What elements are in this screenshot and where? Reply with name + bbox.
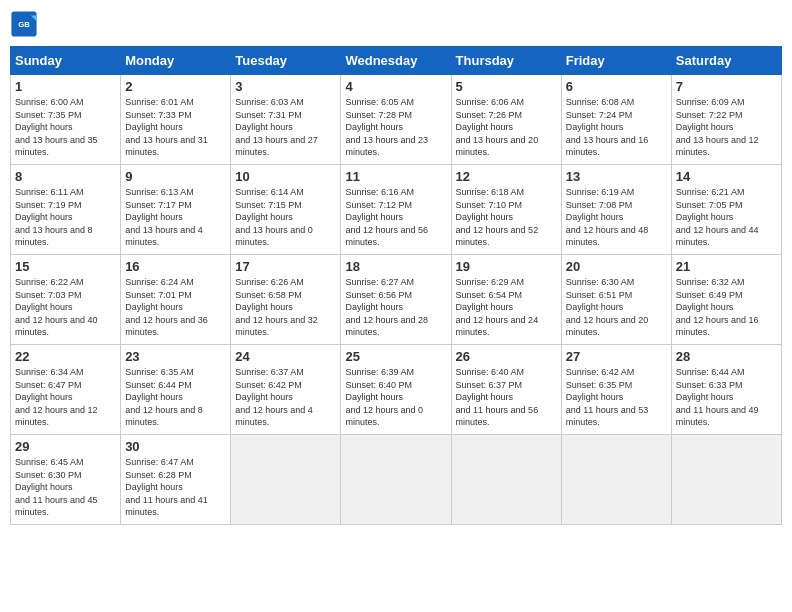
day-number: 4 (345, 79, 446, 94)
day-cell: 12 Sunrise: 6:18 AM Sunset: 7:10 PM Dayl… (451, 165, 561, 255)
day-cell (231, 435, 341, 525)
day-number: 28 (676, 349, 777, 364)
day-detail: Sunrise: 6:03 AM Sunset: 7:31 PM Dayligh… (235, 96, 336, 159)
day-number: 15 (15, 259, 116, 274)
day-detail: Sunrise: 6:01 AM Sunset: 7:33 PM Dayligh… (125, 96, 226, 159)
col-header-wednesday: Wednesday (341, 47, 451, 75)
day-detail: Sunrise: 6:26 AM Sunset: 6:58 PM Dayligh… (235, 276, 336, 339)
day-number: 11 (345, 169, 446, 184)
day-cell (671, 435, 781, 525)
day-detail: Sunrise: 6:47 AM Sunset: 6:28 PM Dayligh… (125, 456, 226, 519)
day-cell: 20 Sunrise: 6:30 AM Sunset: 6:51 PM Dayl… (561, 255, 671, 345)
day-number: 2 (125, 79, 226, 94)
day-number: 24 (235, 349, 336, 364)
day-number: 7 (676, 79, 777, 94)
day-detail: Sunrise: 6:40 AM Sunset: 6:37 PM Dayligh… (456, 366, 557, 429)
day-number: 9 (125, 169, 226, 184)
col-header-saturday: Saturday (671, 47, 781, 75)
day-number: 14 (676, 169, 777, 184)
day-detail: Sunrise: 6:44 AM Sunset: 6:33 PM Dayligh… (676, 366, 777, 429)
col-header-thursday: Thursday (451, 47, 561, 75)
week-row-4: 22 Sunrise: 6:34 AM Sunset: 6:47 PM Dayl… (11, 345, 782, 435)
day-detail: Sunrise: 6:32 AM Sunset: 6:49 PM Dayligh… (676, 276, 777, 339)
day-cell: 21 Sunrise: 6:32 AM Sunset: 6:49 PM Dayl… (671, 255, 781, 345)
week-row-1: 1 Sunrise: 6:00 AM Sunset: 7:35 PM Dayli… (11, 75, 782, 165)
week-row-5: 29 Sunrise: 6:45 AM Sunset: 6:30 PM Dayl… (11, 435, 782, 525)
day-cell: 5 Sunrise: 6:06 AM Sunset: 7:26 PM Dayli… (451, 75, 561, 165)
day-number: 12 (456, 169, 557, 184)
day-cell: 3 Sunrise: 6:03 AM Sunset: 7:31 PM Dayli… (231, 75, 341, 165)
logo-icon: GB (10, 10, 38, 38)
week-row-2: 8 Sunrise: 6:11 AM Sunset: 7:19 PM Dayli… (11, 165, 782, 255)
day-number: 25 (345, 349, 446, 364)
day-number: 10 (235, 169, 336, 184)
day-detail: Sunrise: 6:09 AM Sunset: 7:22 PM Dayligh… (676, 96, 777, 159)
day-number: 8 (15, 169, 116, 184)
day-cell: 18 Sunrise: 6:27 AM Sunset: 6:56 PM Dayl… (341, 255, 451, 345)
day-detail: Sunrise: 6:39 AM Sunset: 6:40 PM Dayligh… (345, 366, 446, 429)
day-cell (561, 435, 671, 525)
day-cell: 14 Sunrise: 6:21 AM Sunset: 7:05 PM Dayl… (671, 165, 781, 255)
day-detail: Sunrise: 6:22 AM Sunset: 7:03 PM Dayligh… (15, 276, 116, 339)
page-header: GB (10, 10, 782, 38)
day-cell: 8 Sunrise: 6:11 AM Sunset: 7:19 PM Dayli… (11, 165, 121, 255)
day-detail: Sunrise: 6:42 AM Sunset: 6:35 PM Dayligh… (566, 366, 667, 429)
day-number: 21 (676, 259, 777, 274)
day-cell: 26 Sunrise: 6:40 AM Sunset: 6:37 PM Dayl… (451, 345, 561, 435)
day-cell: 7 Sunrise: 6:09 AM Sunset: 7:22 PM Dayli… (671, 75, 781, 165)
col-header-monday: Monday (121, 47, 231, 75)
col-header-friday: Friday (561, 47, 671, 75)
day-cell: 1 Sunrise: 6:00 AM Sunset: 7:35 PM Dayli… (11, 75, 121, 165)
day-cell: 2 Sunrise: 6:01 AM Sunset: 7:33 PM Dayli… (121, 75, 231, 165)
day-number: 5 (456, 79, 557, 94)
day-number: 16 (125, 259, 226, 274)
day-detail: Sunrise: 6:18 AM Sunset: 7:10 PM Dayligh… (456, 186, 557, 249)
day-detail: Sunrise: 6:27 AM Sunset: 6:56 PM Dayligh… (345, 276, 446, 339)
day-detail: Sunrise: 6:30 AM Sunset: 6:51 PM Dayligh… (566, 276, 667, 339)
day-cell: 6 Sunrise: 6:08 AM Sunset: 7:24 PM Dayli… (561, 75, 671, 165)
day-cell (451, 435, 561, 525)
col-header-sunday: Sunday (11, 47, 121, 75)
day-cell: 13 Sunrise: 6:19 AM Sunset: 7:08 PM Dayl… (561, 165, 671, 255)
day-number: 26 (456, 349, 557, 364)
day-cell: 4 Sunrise: 6:05 AM Sunset: 7:28 PM Dayli… (341, 75, 451, 165)
day-number: 18 (345, 259, 446, 274)
day-number: 29 (15, 439, 116, 454)
day-cell: 27 Sunrise: 6:42 AM Sunset: 6:35 PM Dayl… (561, 345, 671, 435)
day-detail: Sunrise: 6:16 AM Sunset: 7:12 PM Dayligh… (345, 186, 446, 249)
day-number: 19 (456, 259, 557, 274)
day-detail: Sunrise: 6:11 AM Sunset: 7:19 PM Dayligh… (15, 186, 116, 249)
day-detail: Sunrise: 6:00 AM Sunset: 7:35 PM Dayligh… (15, 96, 116, 159)
day-cell: 11 Sunrise: 6:16 AM Sunset: 7:12 PM Dayl… (341, 165, 451, 255)
day-cell: 9 Sunrise: 6:13 AM Sunset: 7:17 PM Dayli… (121, 165, 231, 255)
day-detail: Sunrise: 6:35 AM Sunset: 6:44 PM Dayligh… (125, 366, 226, 429)
day-number: 22 (15, 349, 116, 364)
day-detail: Sunrise: 6:45 AM Sunset: 6:30 PM Dayligh… (15, 456, 116, 519)
day-cell: 23 Sunrise: 6:35 AM Sunset: 6:44 PM Dayl… (121, 345, 231, 435)
day-number: 1 (15, 79, 116, 94)
day-detail: Sunrise: 6:37 AM Sunset: 6:42 PM Dayligh… (235, 366, 336, 429)
day-detail: Sunrise: 6:34 AM Sunset: 6:47 PM Dayligh… (15, 366, 116, 429)
day-number: 6 (566, 79, 667, 94)
day-number: 17 (235, 259, 336, 274)
day-detail: Sunrise: 6:29 AM Sunset: 6:54 PM Dayligh… (456, 276, 557, 339)
day-detail: Sunrise: 6:21 AM Sunset: 7:05 PM Dayligh… (676, 186, 777, 249)
day-cell (341, 435, 451, 525)
day-cell: 25 Sunrise: 6:39 AM Sunset: 6:40 PM Dayl… (341, 345, 451, 435)
day-detail: Sunrise: 6:24 AM Sunset: 7:01 PM Dayligh… (125, 276, 226, 339)
day-cell: 16 Sunrise: 6:24 AM Sunset: 7:01 PM Dayl… (121, 255, 231, 345)
header-row: SundayMondayTuesdayWednesdayThursdayFrid… (11, 47, 782, 75)
day-number: 20 (566, 259, 667, 274)
day-detail: Sunrise: 6:13 AM Sunset: 7:17 PM Dayligh… (125, 186, 226, 249)
day-cell: 15 Sunrise: 6:22 AM Sunset: 7:03 PM Dayl… (11, 255, 121, 345)
svg-text:GB: GB (18, 20, 30, 29)
day-number: 30 (125, 439, 226, 454)
day-cell: 24 Sunrise: 6:37 AM Sunset: 6:42 PM Dayl… (231, 345, 341, 435)
day-cell: 28 Sunrise: 6:44 AM Sunset: 6:33 PM Dayl… (671, 345, 781, 435)
day-cell: 29 Sunrise: 6:45 AM Sunset: 6:30 PM Dayl… (11, 435, 121, 525)
day-detail: Sunrise: 6:14 AM Sunset: 7:15 PM Dayligh… (235, 186, 336, 249)
day-number: 27 (566, 349, 667, 364)
day-cell: 10 Sunrise: 6:14 AM Sunset: 7:15 PM Dayl… (231, 165, 341, 255)
day-cell: 17 Sunrise: 6:26 AM Sunset: 6:58 PM Dayl… (231, 255, 341, 345)
day-cell: 19 Sunrise: 6:29 AM Sunset: 6:54 PM Dayl… (451, 255, 561, 345)
